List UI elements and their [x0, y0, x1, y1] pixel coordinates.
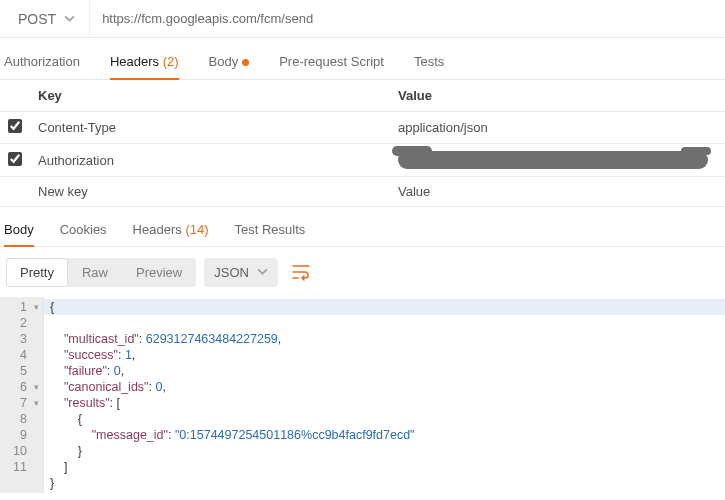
header-key[interactable]: Content-Type: [30, 112, 390, 144]
header-value[interactable]: application/json: [390, 112, 725, 144]
tab-tests[interactable]: Tests: [414, 42, 444, 79]
tab-authorization[interactable]: Authorization: [4, 42, 80, 79]
col-value: Value: [390, 80, 725, 112]
tab-prerequest[interactable]: Pre-request Script: [279, 42, 384, 79]
table-row-new[interactable]: New key Value: [0, 177, 725, 207]
content-type-selector[interactable]: JSON: [204, 258, 278, 287]
resp-tab-headers[interactable]: Headers (14): [133, 211, 209, 246]
wrap-icon: [291, 263, 311, 281]
tab-body[interactable]: Body: [209, 42, 250, 79]
method-selector[interactable]: POST: [0, 11, 89, 27]
table-row[interactable]: Content-Type application/json: [0, 112, 725, 144]
row-checkbox[interactable]: [8, 152, 22, 166]
view-mode-segment: Pretty Raw Preview: [6, 258, 196, 287]
redacted-value: [398, 151, 708, 169]
col-key: Key: [30, 80, 390, 112]
line-gutter: 1234567891011: [0, 297, 44, 493]
dot-icon: [242, 59, 249, 66]
header-value[interactable]: [390, 144, 725, 177]
new-key-input[interactable]: New key: [30, 177, 390, 207]
method-label: POST: [18, 11, 56, 27]
wrap-lines-button[interactable]: [286, 257, 316, 287]
row-checkbox[interactable]: [8, 119, 22, 133]
resp-tab-testresults[interactable]: Test Results: [235, 211, 306, 246]
header-key[interactable]: Authorization: [30, 144, 390, 177]
tab-headers[interactable]: Headers (2): [110, 42, 179, 79]
table-row[interactable]: Authorization: [0, 144, 725, 177]
view-preview[interactable]: Preview: [122, 258, 196, 287]
chevron-down-icon: [257, 265, 268, 280]
chevron-down-icon: [64, 11, 75, 27]
resp-tab-cookies[interactable]: Cookies: [60, 211, 107, 246]
view-raw[interactable]: Raw: [68, 258, 122, 287]
view-pretty[interactable]: Pretty: [6, 258, 68, 287]
code-content[interactable]: { "multicast_id": 6293127463484227259, "…: [44, 297, 725, 493]
new-value-input[interactable]: Value: [390, 177, 725, 207]
response-body-viewer[interactable]: 1234567891011 { "multicast_id": 62931274…: [0, 297, 725, 493]
url-input[interactable]: https://fcm.googleapis.com/fcm/send: [89, 0, 725, 37]
headers-table: Key Value Content-Type application/json …: [0, 80, 725, 207]
resp-tab-body[interactable]: Body: [4, 211, 34, 246]
